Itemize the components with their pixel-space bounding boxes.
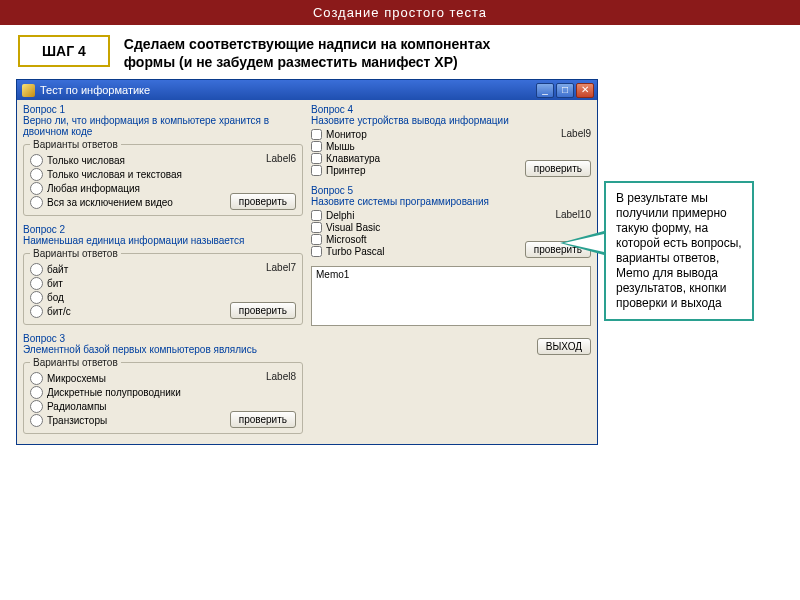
label-placeholder: Label8: [266, 371, 296, 382]
radio-option[interactable]: Радиолампы: [30, 400, 224, 413]
radio-option[interactable]: Микросхемы: [30, 372, 224, 385]
check-button[interactable]: проверить: [525, 160, 591, 177]
variants-group: Варианты ответов Микросхемы Дискретные п…: [23, 357, 303, 434]
memo-output[interactable]: [311, 266, 591, 326]
step-badge: ШАГ 4: [18, 35, 110, 67]
question-5: Вопрос 5 Назовите системы программирован…: [311, 185, 591, 258]
window-titlebar: Тест по информатике _ □ ✕: [17, 80, 597, 100]
callout-text: В результате мы получили примерно такую …: [604, 181, 754, 321]
radio-option[interactable]: Любая информация: [30, 182, 224, 195]
question-text: Верно ли, что информация в компьютере хр…: [23, 115, 303, 137]
check-button[interactable]: проверить: [230, 302, 296, 319]
app-window: Тест по информатике _ □ ✕ Вопрос 1 Верно…: [16, 79, 598, 445]
question-num: Вопрос 3: [23, 333, 303, 344]
question-text: Наименьшая единица информации называется: [23, 235, 303, 246]
radio-option[interactable]: Только числовая и текстовая: [30, 168, 224, 181]
checkbox-option[interactable]: Delphi: [311, 210, 519, 221]
checkbox-option[interactable]: Visual Basic: [311, 222, 519, 233]
question-2: Вопрос 2 Наименьшая единица информации н…: [23, 224, 303, 325]
variants-legend: Варианты ответов: [30, 357, 121, 368]
radio-option[interactable]: бод: [30, 291, 224, 304]
question-4: Вопрос 4 Назовите устройства вывода инфо…: [311, 104, 591, 177]
left-column: Вопрос 1 Верно ли, что информация в комп…: [23, 104, 303, 436]
label-placeholder: Label7: [266, 262, 296, 273]
window-title: Тест по информатике: [40, 84, 536, 96]
question-num: Вопрос 4: [311, 104, 591, 115]
label-placeholder: Label9: [561, 128, 591, 139]
slide-header: Создание простого теста: [0, 0, 800, 25]
minimize-button[interactable]: _: [536, 83, 554, 98]
checkbox-option[interactable]: Мышь: [311, 141, 519, 152]
question-text: Назовите устройства вывода информации: [311, 115, 591, 126]
radio-option[interactable]: байт: [30, 263, 224, 276]
close-button[interactable]: ✕: [576, 83, 594, 98]
maximize-button[interactable]: □: [556, 83, 574, 98]
question-3: Вопрос 3 Элементной базой первых компьют…: [23, 333, 303, 434]
checkbox-option[interactable]: Монитор: [311, 129, 519, 140]
check-button[interactable]: проверить: [230, 411, 296, 428]
radio-option[interactable]: Транзисторы: [30, 414, 224, 427]
variants-legend: Варианты ответов: [30, 139, 121, 150]
right-column: Вопрос 4 Назовите устройства вывода инфо…: [311, 104, 591, 436]
exit-button[interactable]: ВЫХОД: [537, 338, 591, 355]
question-num: Вопрос 1: [23, 104, 303, 115]
radio-option[interactable]: Вся за исключением видео: [30, 196, 224, 209]
radio-option[interactable]: Только числовая: [30, 154, 224, 167]
question-num: Вопрос 5: [311, 185, 591, 196]
checkbox-option[interactable]: Принтер: [311, 165, 519, 176]
radio-option[interactable]: бит: [30, 277, 224, 290]
question-num: Вопрос 2: [23, 224, 303, 235]
question-text: Назовите системы программирования: [311, 196, 591, 207]
variants-group: Варианты ответов Только числовая Только …: [23, 139, 303, 216]
question-text: Элементной базой первых компьютеров явля…: [23, 344, 303, 355]
app-icon: [22, 84, 35, 97]
question-1: Вопрос 1 Верно ли, что информация в комп…: [23, 104, 303, 216]
variants-group: Варианты ответов байт бит бод бит/с Labe…: [23, 248, 303, 325]
intro-text: Сделаем соответствующие надписи на компо…: [124, 35, 544, 71]
variants-legend: Варианты ответов: [30, 248, 121, 259]
callout: В результате мы получили примерно такую …: [604, 181, 754, 321]
checkbox-option[interactable]: Клавиатура: [311, 153, 519, 164]
callout-arrow-icon: [560, 231, 604, 255]
radio-option[interactable]: Дискретные полупроводники: [30, 386, 224, 399]
label-placeholder: Label6: [266, 153, 296, 164]
radio-option[interactable]: бит/с: [30, 305, 224, 318]
checkbox-option[interactable]: Turbo Pascal: [311, 246, 519, 257]
label-placeholder: Label10: [555, 209, 591, 220]
check-button[interactable]: проверить: [230, 193, 296, 210]
checkbox-option[interactable]: Microsoft: [311, 234, 519, 245]
